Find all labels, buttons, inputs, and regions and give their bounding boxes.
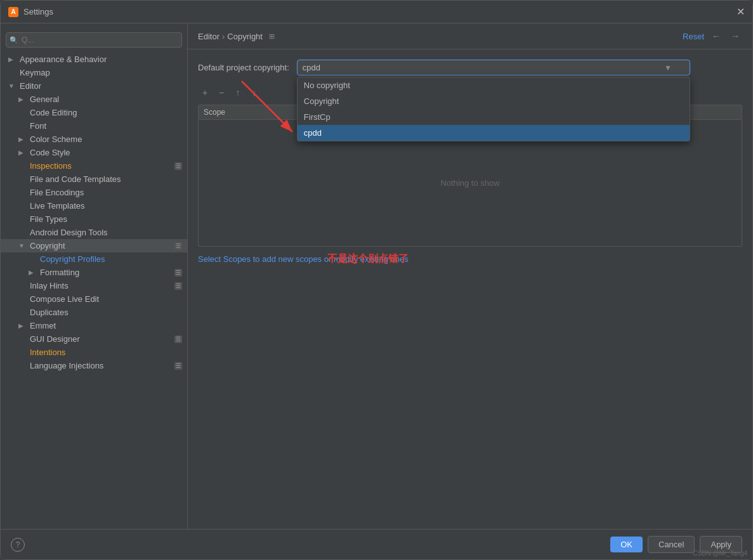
- sidebar-item-label: File Encodings: [30, 188, 84, 197]
- breadcrumb-copyright: Copyright: [227, 32, 263, 41]
- arrow-icon: ▶: [8, 56, 15, 63]
- sidebar-item-copyright[interactable]: ▼Copyright☰: [1, 239, 187, 252]
- sidebar-item-appearance[interactable]: ▶Appearance & Behavior: [1, 53, 187, 66]
- sidebar-item-emmet[interactable]: ▶Emmet: [1, 319, 187, 332]
- sidebar-item-formatting[interactable]: ▶Formatting☰: [1, 266, 187, 279]
- sidebar-tree: ▶Appearance & BehaviorKeymap▼Editor▶Gene…: [1, 53, 187, 372]
- sidebar-item-label: Formatting: [40, 268, 79, 277]
- panel-header-actions: Reset ← →: [683, 30, 742, 42]
- nothing-to-show-label: Nothing to show: [440, 178, 499, 188]
- sidebar-item-label: Copyright: [30, 241, 65, 251]
- sidebar-item-label: Appearance & Behavior: [20, 55, 107, 64]
- search-box[interactable]: 🔍: [6, 32, 182, 48]
- sidebar-item-color-scheme[interactable]: ▶Color Scheme: [1, 133, 187, 146]
- sidebar-item-label: Font: [30, 121, 46, 131]
- sidebar-item-android-design-tools[interactable]: Android Design Tools: [1, 226, 187, 239]
- sidebar-item-label: Inspections: [30, 161, 72, 171]
- sidebar-item-label: Code Style: [30, 148, 70, 157]
- sidebar-item-intentions[interactable]: Intentions: [1, 346, 187, 359]
- app-icon: A: [8, 7, 18, 17]
- cancel-button[interactable]: Cancel: [648, 536, 695, 553]
- forward-arrow[interactable]: →: [728, 30, 742, 42]
- badge-icon: ☰: [174, 162, 182, 170]
- settings-dialog: A Settings ✕ 🔍 ▶Appearance & BehaviorKey…: [0, 0, 753, 560]
- sidebar-item-label: Language Injections: [30, 361, 103, 370]
- dropdown-option-copyright[interactable]: Copyright: [298, 93, 690, 109]
- sidebar-item-language-injections[interactable]: Language Injections☰: [1, 359, 187, 372]
- sidebar-item-label: Color Scheme: [30, 134, 82, 144]
- sidebar-item-label: Editor: [20, 81, 41, 91]
- sidebar-item-label: File and Code Templates: [30, 174, 121, 184]
- search-icon: 🔍: [10, 36, 18, 44]
- sidebar-item-label: Keymap: [20, 68, 50, 77]
- back-arrow[interactable]: ←: [709, 30, 723, 42]
- close-button[interactable]: ✕: [737, 7, 745, 17]
- badge-icon: ☰: [174, 362, 182, 370]
- arrow-icon: ▶: [18, 136, 25, 143]
- arrow-icon: ▶: [18, 322, 25, 329]
- sidebar-item-gui-designer[interactable]: GUI Designer☰: [1, 332, 187, 346]
- move-up-button[interactable]: ↑: [231, 86, 245, 100]
- main-panel: Editor › Copyright ⊞ Reset ← → Default p…: [188, 23, 752, 529]
- dropdown-option-firstcp[interactable]: FirstCp: [298, 109, 690, 125]
- sidebar-item-file-and-code-templates[interactable]: File and Code Templates: [1, 173, 187, 186]
- sidebar-item-label: Emmet: [30, 321, 56, 330]
- sidebar-item-compose-live-edit[interactable]: Compose Live Edit: [1, 292, 187, 306]
- dropdown-selected[interactable]: cpdd ▼: [297, 60, 690, 75]
- sidebar-item-label: Compose Live Edit: [30, 294, 99, 304]
- sidebar-item-file-encodings[interactable]: File Encodings: [1, 186, 187, 199]
- dropdown-value: cpdd: [303, 63, 320, 72]
- sidebar-item-general[interactable]: ▶General: [1, 93, 187, 106]
- sidebar-item-live-templates[interactable]: Live Templates: [1, 199, 187, 212]
- sidebar-item-copyright-profiles[interactable]: Copyright Profiles: [1, 252, 187, 266]
- sidebar-item-label: Duplicates: [30, 308, 69, 317]
- badge-icon: ☰: [174, 335, 182, 343]
- breadcrumb: Editor › Copyright ⊞: [198, 32, 275, 41]
- move-down-button[interactable]: ↓: [247, 86, 261, 100]
- sidebar-item-label: GUI Designer: [30, 334, 80, 344]
- arrow-icon: ▶: [29, 269, 35, 276]
- bottom-link-row: Select Scopes to add new scopes or modif…: [198, 254, 742, 264]
- add-button[interactable]: +: [198, 86, 212, 100]
- arrow-icon: ▶: [18, 96, 25, 103]
- badge-icon: ☰: [174, 269, 182, 277]
- search-input[interactable]: [6, 32, 182, 48]
- help-button[interactable]: ?: [11, 538, 25, 552]
- dropdown-menu: No copyrightCopyrightFirstCpcpdd: [297, 77, 690, 141]
- dropdown-wrapper: cpdd ▼ No copyrightCopyrightFirstCpcpdd: [297, 60, 690, 75]
- sidebar-item-inlay-hints[interactable]: Inlay Hints☰: [1, 279, 187, 292]
- sidebar-item-label: File Types: [30, 214, 67, 224]
- footer: ? OK Cancel Apply: [1, 529, 752, 559]
- dropdown-option-cpdd[interactable]: cpdd: [298, 125, 690, 141]
- dropdown-option-no-copyright[interactable]: No copyright: [298, 77, 690, 93]
- dropdown-arrow-icon: ▼: [664, 63, 672, 72]
- sidebar-item-editor[interactable]: ▼Editor: [1, 79, 187, 93]
- sidebar-item-code-style[interactable]: ▶Code Style: [1, 146, 187, 159]
- panel-header: Editor › Copyright ⊞ Reset ← →: [188, 23, 752, 49]
- sidebar-item-code-editing[interactable]: Code Editing: [1, 106, 187, 119]
- breadcrumb-editor: Editor: [198, 32, 219, 41]
- sidebar-item-duplicates[interactable]: Duplicates: [1, 306, 187, 319]
- reset-button[interactable]: Reset: [683, 32, 704, 41]
- arrow-icon: ▶: [18, 149, 25, 156]
- ok-button[interactable]: OK: [610, 537, 643, 552]
- select-scopes-link[interactable]: Select Scopes to add new scopes or modif…: [198, 254, 409, 264]
- sidebar-item-file-types[interactable]: File Types: [1, 212, 187, 226]
- panel-body: Default project copyright: cpdd ▼ No cop…: [188, 49, 752, 529]
- sidebar-item-font[interactable]: Font: [1, 119, 187, 133]
- sidebar: 🔍 ▶Appearance & BehaviorKeymap▼Editor▶Ge…: [1, 23, 188, 529]
- remove-button[interactable]: −: [214, 86, 228, 100]
- breadcrumb-separator: ›: [222, 32, 225, 41]
- content-area: 🔍 ▶Appearance & BehaviorKeymap▼Editor▶Ge…: [1, 23, 752, 529]
- arrow-icon: ▼: [18, 242, 25, 249]
- sidebar-item-inspections[interactable]: Inspections☰: [1, 159, 187, 173]
- sidebar-item-keymap[interactable]: Keymap: [1, 66, 187, 79]
- title-bar: A Settings ✕: [1, 1, 752, 23]
- badge-icon: ☰: [174, 282, 182, 290]
- sidebar-item-label: Live Templates: [30, 201, 84, 211]
- sidebar-item-label: General: [30, 94, 59, 104]
- sidebar-item-label: Android Design Tools: [30, 228, 108, 237]
- form-row: Default project copyright: cpdd ▼ No cop…: [198, 60, 742, 75]
- sidebar-item-label: Intentions: [30, 348, 65, 357]
- form-label: Default project copyright:: [198, 63, 289, 72]
